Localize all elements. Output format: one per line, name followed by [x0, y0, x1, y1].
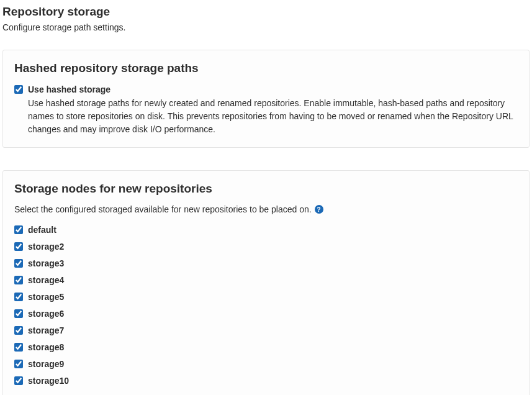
storage-node-body: storage3 — [28, 258, 518, 269]
use-hashed-storage-body: Use hashed storage Use hashed storage pa… — [28, 84, 518, 136]
storage-node-label[interactable]: storage7 — [28, 325, 64, 335]
storage-node-body: storage9 — [28, 358, 518, 370]
storage-node-label[interactable]: default — [28, 225, 56, 235]
use-hashed-storage-description: Use hashed storage paths for newly creat… — [28, 97, 518, 136]
storage-node-item: storage8 — [14, 342, 518, 353]
use-hashed-storage-checkbox[interactable] — [14, 85, 23, 94]
storage-node-body: storage10 — [28, 375, 518, 386]
use-hashed-storage-label[interactable]: Use hashed storage — [28, 84, 110, 94]
storage-node-label[interactable]: storage6 — [28, 309, 64, 319]
storage-node-item: storage4 — [14, 275, 518, 286]
help-icon[interactable]: ? — [315, 205, 323, 214]
storage-node-item: storage10 — [14, 375, 518, 386]
storage-nodes-subtext: Select the configured storaged available… — [14, 204, 518, 214]
hashed-storage-heading: Hashed repository storage paths — [14, 61, 518, 75]
use-hashed-storage-option: Use hashed storage Use hashed storage pa… — [14, 84, 518, 136]
storage-node-item: storage6 — [14, 308, 518, 319]
storage-node-body: storage6 — [28, 308, 518, 319]
storage-node-checkbox[interactable] — [14, 293, 23, 301]
storage-node-label[interactable]: storage2 — [28, 242, 64, 252]
storage-node-item: storage3 — [14, 258, 518, 269]
storage-node-label[interactable]: storage4 — [28, 275, 64, 285]
page-subtitle: Configure storage path settings. — [2, 22, 530, 32]
storage-node-list: defaultstorage2storage3storage4storage5s… — [14, 224, 518, 386]
storage-node-checkbox[interactable] — [14, 242, 23, 251]
storage-nodes-heading: Storage nodes for new repositories — [14, 182, 518, 196]
storage-node-checkbox[interactable] — [14, 276, 23, 284]
storage-node-label[interactable]: storage5 — [28, 292, 64, 302]
storage-node-item: default — [14, 224, 518, 235]
storage-nodes-subtext-text: Select the configured storaged available… — [14, 204, 312, 214]
storage-node-checkbox[interactable] — [14, 343, 23, 352]
storage-node-item: storage2 — [14, 241, 518, 252]
storage-node-label[interactable]: storage9 — [28, 359, 64, 369]
storage-node-body: default — [28, 224, 518, 235]
storage-node-checkbox[interactable] — [14, 309, 23, 318]
storage-node-checkbox[interactable] — [14, 259, 23, 268]
storage-node-item: storage7 — [14, 325, 518, 336]
storage-node-label[interactable]: storage10 — [28, 376, 69, 386]
storage-node-body: storage7 — [28, 325, 518, 336]
storage-node-item: storage9 — [14, 358, 518, 370]
page-title: Repository storage — [2, 5, 530, 19]
storage-node-label[interactable]: storage8 — [28, 342, 64, 352]
hashed-storage-panel: Hashed repository storage paths Use hash… — [2, 50, 530, 148]
storage-node-body: storage2 — [28, 241, 518, 252]
storage-node-label[interactable]: storage3 — [28, 258, 64, 268]
storage-node-body: storage8 — [28, 342, 518, 353]
storage-node-checkbox[interactable] — [14, 225, 23, 234]
storage-node-checkbox[interactable] — [14, 326, 23, 335]
storage-node-body: storage4 — [28, 275, 518, 286]
storage-nodes-panel: Storage nodes for new repositories Selec… — [2, 170, 530, 395]
storage-node-checkbox[interactable] — [14, 360, 23, 368]
storage-node-checkbox[interactable] — [14, 376, 23, 385]
storage-node-body: storage5 — [28, 291, 518, 302]
storage-node-item: storage5 — [14, 291, 518, 302]
